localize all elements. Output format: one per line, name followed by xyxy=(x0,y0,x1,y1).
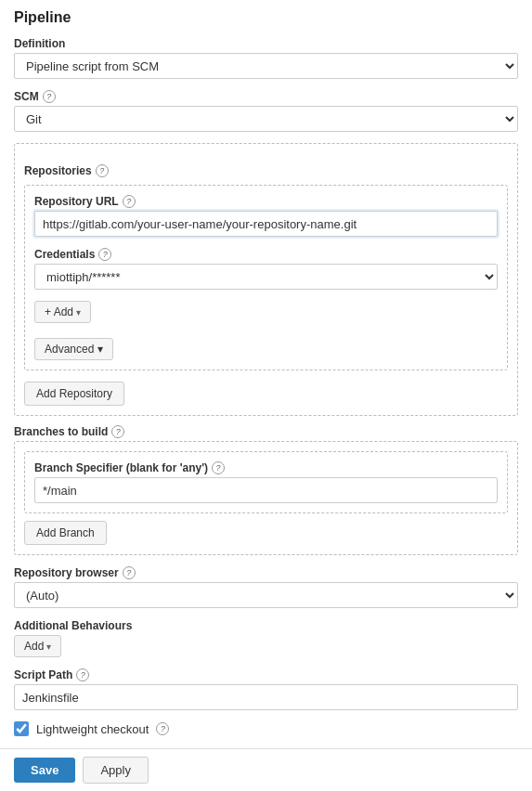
scm-help-icon[interactable]: ? xyxy=(43,90,56,103)
additional-behaviours-label: Additional Behaviours xyxy=(14,619,518,632)
add-behaviour-button[interactable]: Add ▾ xyxy=(14,635,61,657)
credentials-help-icon[interactable]: ? xyxy=(98,248,111,261)
advanced-button[interactable]: Advanced ▾ xyxy=(34,338,113,360)
apply-button[interactable]: Apply xyxy=(83,757,149,784)
branches-box: Branch Specifier (blank for 'any') ? Add… xyxy=(14,441,518,555)
branch-specifier-input[interactable] xyxy=(34,477,498,503)
script-path-label: Script Path ? xyxy=(14,668,518,681)
branch-inner-box: Branch Specifier (blank for 'any') ? xyxy=(24,451,508,513)
lightweight-checkout-help-icon[interactable]: ? xyxy=(156,722,169,735)
scm-group: SCM ? Git xyxy=(14,90,518,132)
advanced-chevron-icon: ▾ xyxy=(97,343,103,356)
script-path-group: Script Path ? xyxy=(14,668,518,710)
credentials-select[interactable]: miottiph/****** xyxy=(34,264,498,290)
repo-browser-help-icon[interactable]: ? xyxy=(123,566,136,579)
lightweight-checkout-label: Lightweight checkout xyxy=(36,722,149,736)
branches-section: Branches to build ? Branch Specifier (bl… xyxy=(14,425,518,555)
repository-inner-box: Repository URL ? Credentials ? miottiph/… xyxy=(24,185,508,370)
repositories-help-icon[interactable]: ? xyxy=(96,164,109,177)
definition-label: Definition xyxy=(14,37,518,50)
branch-specifier-label: Branch Specifier (blank for 'any') ? xyxy=(34,461,498,474)
footer-bar: Save Apply xyxy=(0,748,532,791)
lightweight-checkout-row: Lightweight checkout ? xyxy=(14,721,518,736)
repo-url-input[interactable] xyxy=(34,211,498,237)
definition-group: Definition Pipeline script from SCM xyxy=(14,37,518,79)
repo-browser-group: Repository browser ? (Auto) xyxy=(14,566,518,608)
credentials-group: Credentials ? miottiph/****** xyxy=(34,248,498,290)
repo-browser-select[interactable]: (Auto) xyxy=(14,582,518,608)
lightweight-checkout-checkbox[interactable] xyxy=(14,721,29,736)
additional-behaviours-group: Additional Behaviours Add ▾ xyxy=(14,619,518,657)
repo-browser-label: Repository browser ? xyxy=(14,566,518,579)
page-title: Pipeline xyxy=(14,9,518,26)
add-credential-button[interactable]: + Add ▾ xyxy=(34,301,91,323)
add-behaviour-dropdown-arrow: ▾ xyxy=(46,642,51,652)
branches-help-icon[interactable]: ? xyxy=(111,425,124,438)
repositories-label: Repositories ? xyxy=(24,164,508,177)
branch-specifier-help-icon[interactable]: ? xyxy=(212,461,225,474)
save-button[interactable]: Save xyxy=(14,758,75,783)
scm-label: SCM ? xyxy=(14,90,518,103)
add-credential-dropdown-arrow: ▾ xyxy=(76,307,81,318)
branches-label: Branches to build ? xyxy=(14,425,518,438)
page-container: Pipeline Definition Pipeline script from… xyxy=(0,0,532,791)
repo-url-help-icon[interactable]: ? xyxy=(123,195,136,208)
repositories-section: Repositories ? Repository URL ? Credenti… xyxy=(14,143,518,416)
repo-url-label: Repository URL ? xyxy=(34,195,498,208)
add-branch-button[interactable]: Add Branch xyxy=(24,521,107,545)
definition-select[interactable]: Pipeline script from SCM xyxy=(14,53,518,79)
credentials-label: Credentials ? xyxy=(34,248,498,261)
add-repository-button[interactable]: Add Repository xyxy=(24,382,124,406)
scm-select[interactable]: Git xyxy=(14,106,518,132)
repo-url-group: Repository URL ? xyxy=(34,195,498,237)
script-path-help-icon[interactable]: ? xyxy=(76,668,89,681)
script-path-input[interactable] xyxy=(14,684,518,710)
